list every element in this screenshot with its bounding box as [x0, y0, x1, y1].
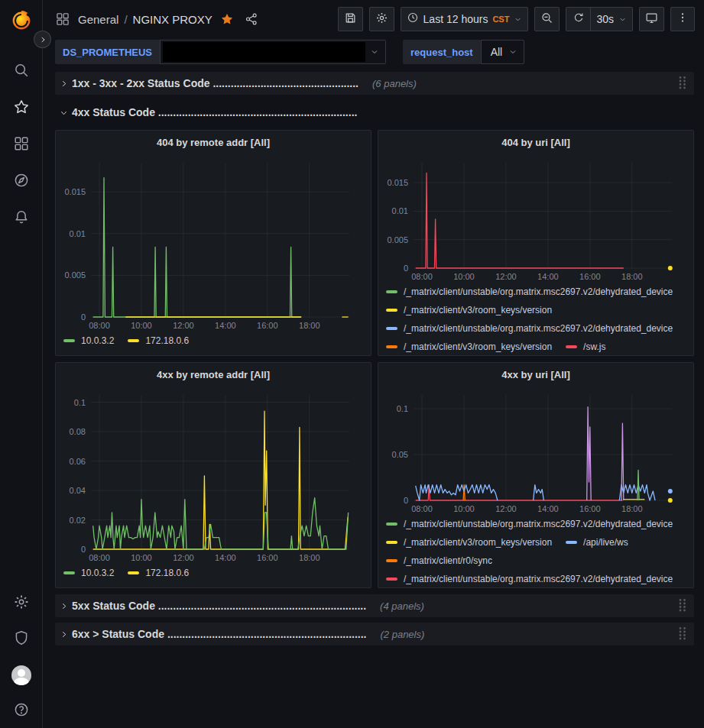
svg-text:08:00: 08:00	[411, 504, 433, 513]
variable-request-host-picker[interactable]: All	[481, 40, 525, 64]
time-range-picker[interactable]: Last 12 hours CST	[401, 7, 529, 31]
apps-grid-icon[interactable]	[55, 11, 70, 27]
save-icon	[344, 11, 357, 28]
chevron-right-icon	[55, 79, 72, 88]
svg-text:0: 0	[81, 545, 86, 554]
drag-handle-icon[interactable]	[678, 598, 686, 616]
sidebar-item-explore[interactable]	[6, 173, 37, 191]
timeseries-chart[interactable]: 08:0010:0012:0014:0016:0018:0000.020.040…	[56, 386, 358, 565]
legend-series-label: 10.0.3.2	[81, 568, 114, 578]
panel-title[interactable]: 404 by remote addr [All]	[56, 131, 371, 154]
legend-series-label: 172.18.0.6	[145, 568, 189, 578]
sidebar-item-help[interactable]	[6, 702, 37, 720]
breadcrumb-folder[interactable]: General	[78, 13, 118, 26]
legend-series-swatch	[566, 541, 577, 544]
legend-item[interactable]: /_matrix/client/unstable/org.matrix.msc2…	[386, 516, 673, 532]
legend-item[interactable]: /_matrix/client/v3/room_keys/version	[386, 534, 552, 550]
chevron-down-icon	[368, 47, 385, 57]
refresh-button[interactable]	[566, 7, 590, 31]
grafana-app: General / NGINX PROXY	[0, 0, 704, 728]
legend-item[interactable]: 172.18.0.6	[128, 332, 189, 348]
drag-handle-icon[interactable]	[678, 76, 686, 93]
svg-text:08:00: 08:00	[89, 321, 110, 330]
svg-text:08:00: 08:00	[411, 272, 433, 281]
drag-handle-icon[interactable]	[678, 626, 686, 644]
sidebar-item-alerting[interactable]	[6, 209, 37, 228]
gear-icon	[375, 11, 388, 28]
variable-datasource-picker[interactable]	[160, 40, 386, 64]
panel-title[interactable]: 4xx by uri [All]	[378, 363, 693, 386]
sidebar-item-starred[interactable]	[6, 99, 37, 118]
sidebar-item-configuration[interactable]	[6, 594, 37, 613]
legend-series-label: 172.18.0.6	[145, 335, 189, 346]
share-icon[interactable]	[245, 12, 258, 26]
panel-404-by-uri: 404 by uri [All] 08:0010:0012:0014:0016:…	[378, 130, 694, 356]
svg-text:14:00: 14:00	[537, 272, 559, 281]
variable-request-host-label: request_host	[403, 40, 481, 64]
row-5xx[interactable]: 5xx Status Code ........................…	[55, 594, 694, 617]
panel-4xx-by-uri: 4xx by uri [All] 08:0010:0012:0014:0016:…	[378, 362, 694, 588]
legend-item[interactable]: /_matrix/client/unstable/org.matrix.msc2…	[386, 283, 673, 299]
legend-item[interactable]: 10.0.3.2	[63, 332, 114, 348]
legend-series-swatch	[386, 523, 397, 526]
more-options-button[interactable]	[670, 7, 695, 31]
svg-text:10:00: 10:00	[453, 272, 475, 281]
panel-legend: 10.0.3.2172.18.0.6	[56, 332, 371, 352]
dashboard-settings-button[interactable]	[369, 7, 394, 31]
legend-series-swatch	[386, 309, 397, 312]
svg-text:16:00: 16:00	[579, 272, 601, 281]
svg-text:18:00: 18:00	[621, 272, 643, 281]
row-panel-count: (6 panels)	[372, 78, 417, 89]
svg-text:0.05: 0.05	[392, 450, 408, 459]
svg-text:16:00: 16:00	[257, 321, 278, 330]
legend-item[interactable]: /_matrix/client/unstable/org.matrix.msc2…	[386, 320, 673, 336]
sidebar-expand-button[interactable]	[34, 31, 51, 48]
legend-series-label: /_matrix/client/unstable/org.matrix.msc2…	[404, 519, 673, 529]
legend-item[interactable]: /api/live/ws	[566, 534, 628, 550]
timeseries-chart[interactable]: 08:0010:0012:0014:0016:0018:0000.0050.01…	[378, 154, 681, 283]
time-range-label: Last 12 hours	[423, 13, 488, 25]
cycle-view-mode-button[interactable]	[639, 7, 664, 31]
svg-text:0.1: 0.1	[397, 404, 408, 413]
timeseries-chart[interactable]: 08:0010:0012:0014:0016:0018:0000.050.1	[378, 386, 681, 516]
save-dashboard-button[interactable]	[338, 7, 363, 31]
sidebar	[0, 0, 43, 728]
legend-series-swatch	[128, 339, 139, 342]
row-6xx[interactable]: 6xx > Status Code ......................…	[55, 623, 694, 645]
legend-item[interactable]: /_matrix/client/v3/room_keys/version	[386, 338, 552, 354]
sidebar-item-server-admin[interactable]	[6, 630, 37, 649]
legend-series-label: 10.0.3.2	[81, 335, 114, 346]
svg-text:0.1: 0.1	[74, 398, 86, 407]
grafana-logo-icon[interactable]	[8, 8, 34, 34]
refresh-interval-picker[interactable]: 30s	[590, 7, 633, 31]
refresh-interval-label: 30s	[596, 13, 614, 25]
chevron-right-icon	[55, 602, 72, 610]
svg-text:12:00: 12:00	[173, 321, 194, 330]
legend-series-label: /_matrix/client/v3/room_keys/version	[404, 341, 552, 352]
zoom-out-time-button[interactable]	[534, 7, 560, 31]
favorite-star-icon[interactable]	[220, 12, 234, 26]
legend-item[interactable]: 10.0.3.2	[63, 565, 114, 581]
row-4xx[interactable]: 4xx Status Code ........................…	[55, 101, 694, 124]
sidebar-item-search[interactable]	[6, 63, 37, 81]
svg-text:08:00: 08:00	[89, 553, 110, 562]
breadcrumb-dashboard-title[interactable]: NGINX PROXY	[133, 13, 212, 26]
row-panel-count: (2 panels)	[381, 629, 425, 640]
panel-title[interactable]: 404 by uri [All]	[378, 131, 693, 154]
legend-item[interactable]: /_matrix/client/unstable/org.matrix.msc2…	[386, 571, 673, 586]
svg-text:18:00: 18:00	[299, 553, 320, 562]
timeseries-chart[interactable]: 08:0010:0012:0014:0016:0018:0000.0050.01…	[56, 154, 358, 332]
sidebar-item-profile[interactable]	[6, 666, 37, 684]
legend-item[interactable]: 172.18.0.6	[128, 565, 189, 581]
legend-item[interactable]: /_matrix/client/r0/sync	[386, 552, 492, 568]
help-icon	[13, 701, 30, 721]
svg-text:0.01: 0.01	[392, 206, 408, 215]
svg-text:0.06: 0.06	[70, 457, 86, 466]
row-1xx-3xx-2xx[interactable]: 1xx - 3xx - 2xx Status Code ............…	[55, 72, 694, 95]
legend-item[interactable]: /sw.js	[566, 338, 605, 354]
panel-title[interactable]: 4xx by remote addr [All]	[56, 363, 371, 386]
legend-series-swatch	[566, 345, 577, 348]
svg-text:10:00: 10:00	[131, 553, 152, 562]
sidebar-item-dashboards[interactable]	[6, 136, 37, 154]
legend-item[interactable]: /_matrix/client/v3/room_keys/version	[386, 302, 552, 318]
